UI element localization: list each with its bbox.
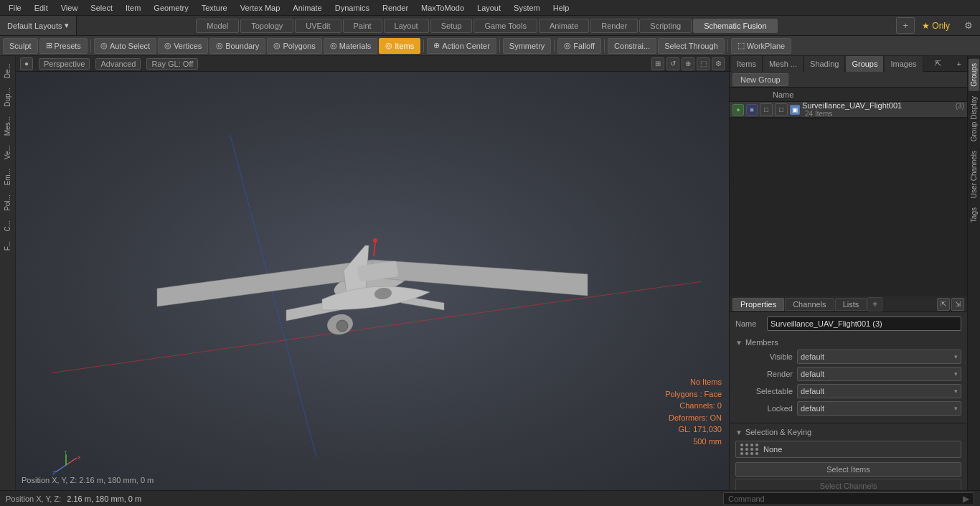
sub-tab-add[interactable]: + <box>867 297 882 311</box>
sidebar-tab-dup[interactable]: Dup... <box>2 83 13 111</box>
workplane-button[interactable]: ⬚ WorkPlane <box>731 38 792 54</box>
tab-model[interactable]: Model <box>196 19 239 33</box>
group-cam-btn[interactable]: ■ <box>746 104 758 116</box>
viewport-toggle[interactable]: ● <box>20 57 33 70</box>
viewport-icon-zoom[interactable]: ⊕ <box>682 57 694 70</box>
tab-game-tools[interactable]: Game Tools <box>473 19 537 33</box>
sidebar-tab-f[interactable]: F... <box>2 237 13 255</box>
props-expand-btn[interactable]: ⇱ <box>937 298 950 311</box>
sub-tab-properties[interactable]: Properties <box>732 298 784 311</box>
group-extra-btn[interactable]: □ <box>775 103 788 116</box>
panel-collapse[interactable]: + <box>953 60 966 68</box>
new-group-button[interactable]: New Group <box>732 73 788 86</box>
sidebar-tab-em[interactable]: Em... <box>2 164 13 189</box>
menu-render[interactable]: Render <box>377 2 414 14</box>
stat-channels: Channels: 0 <box>665 400 722 412</box>
auto-select-button[interactable]: ◎ Auto Select <box>94 38 156 54</box>
select-items-button[interactable]: Select Items <box>735 462 961 477</box>
viewport-mode[interactable]: Perspective <box>39 58 90 70</box>
boundary-button[interactable]: ◎ Boundary <box>209 38 265 54</box>
polygons-button[interactable]: ◎ Polygons <box>267 38 321 54</box>
menu-layout[interactable]: Layout <box>471 2 507 14</box>
sidebar-tab-ve[interactable]: Ve... <box>2 141 13 164</box>
right-vtab-tags[interactable]: Tags <box>969 203 979 227</box>
menu-edit[interactable]: Edit <box>29 2 54 14</box>
selection-keying-header[interactable]: ▼ Selection & Keying <box>735 428 961 436</box>
menu-dynamics[interactable]: Dynamics <box>329 2 375 14</box>
tab-animate[interactable]: Animate <box>539 19 589 33</box>
layout-add-tab[interactable]: + <box>896 17 915 34</box>
layout-dropdown[interactable]: Default Layouts ▾ <box>0 16 77 35</box>
menu-file[interactable]: File <box>3 2 27 14</box>
falloff-button[interactable]: ◎ Falloff <box>557 38 601 54</box>
props-collapse-btn[interactable]: ⇲ <box>951 298 964 311</box>
render-select[interactable]: default ▾ <box>797 367 961 381</box>
selectable-select[interactable]: default ▾ <box>797 384 961 398</box>
tab-paint[interactable]: Paint <box>343 19 382 33</box>
group-lock-btn[interactable]: □ <box>760 103 773 116</box>
command-submit-icon[interactable]: ▶ <box>963 494 969 504</box>
group-vis-btn[interactable]: ● <box>732 104 744 116</box>
action-center-button[interactable]: ⊕ Action Center <box>427 38 496 54</box>
viewport-advanced[interactable]: Advanced <box>95 58 141 70</box>
constrain-button[interactable]: Constrai... <box>608 38 656 54</box>
viewport-ray-gl[interactable]: Ray GL: Off <box>146 58 198 70</box>
sub-tab-lists[interactable]: Lists <box>835 298 867 311</box>
panel-tab-mesh[interactable]: Mesh ... <box>763 56 804 72</box>
command-input[interactable] <box>768 495 963 503</box>
panel-tab-groups[interactable]: Groups <box>846 56 884 72</box>
tab-render[interactable]: Render <box>590 19 638 33</box>
tab-layout[interactable]: Layout <box>384 19 429 33</box>
tab-setup[interactable]: Setup <box>430 19 473 33</box>
sidebar-tab-pol[interactable]: Pol... <box>2 190 13 215</box>
menu-view[interactable]: View <box>55 2 84 14</box>
sidebar-tab-de[interactable]: De... <box>2 59 13 83</box>
menu-system[interactable]: System <box>508 2 546 14</box>
tab-uvedit[interactable]: UVEdit <box>295 19 341 33</box>
members-expand-arrow[interactable]: ▼ <box>735 339 743 347</box>
sep2 <box>423 39 424 52</box>
materials-button[interactable]: ◎ Materials <box>324 38 378 54</box>
symmetry-button[interactable]: Symmetry <box>503 38 552 54</box>
visible-select[interactable]: default ▾ <box>797 350 961 364</box>
viewport[interactable]: ● Perspective Advanced Ray GL: Off ⊞ ↺ ⊕… <box>16 56 729 490</box>
menu-item[interactable]: Item <box>120 2 146 14</box>
menu-geometry[interactable]: Geometry <box>148 2 194 14</box>
select-through-button[interactable]: Select Through <box>658 38 724 54</box>
items-button[interactable]: ◎ Items <box>379 38 420 54</box>
tab-scripting[interactable]: Scripting <box>639 19 692 33</box>
select-channels-button[interactable]: Select Channels <box>735 479 961 490</box>
locked-select[interactable]: default ▾ <box>797 401 961 416</box>
layout-gear[interactable]: ⚙ <box>957 20 980 31</box>
sculpt-button[interactable]: Sculpt <box>3 38 38 54</box>
sidebar-tab-mes[interactable]: Mes... <box>2 112 13 140</box>
props-container: Name Surveillance_UAV_Flight001 (3) ▼ Me… <box>730 312 967 490</box>
sub-tab-channels[interactable]: Channels <box>785 298 834 311</box>
panel-tab-images[interactable]: Images <box>885 56 923 72</box>
tab-schematic-fusion[interactable]: Schematic Fusion <box>693 19 777 33</box>
viewport-icon-cam[interactable]: ⊞ <box>651 57 664 70</box>
right-vtab-groups[interactable]: Groups <box>969 59 979 91</box>
falloff-label: Falloff <box>573 42 595 50</box>
right-vtab-group-display[interactable]: Group Display <box>969 92 979 146</box>
viewport-icon-settings[interactable]: ⚙ <box>712 57 725 70</box>
tab-topology[interactable]: Topology <box>240 19 293 33</box>
menu-texture[interactable]: Texture <box>196 2 233 14</box>
right-vtab-user-channels[interactable]: User Channels <box>969 146 979 202</box>
menu-vertex-map[interactable]: Vertex Map <box>235 2 286 14</box>
menu-maxtomodo[interactable]: MaxToModo <box>415 2 470 14</box>
presets-button[interactable]: ⊞ Presets <box>39 38 88 54</box>
panel-tab-items[interactable]: Items <box>731 56 763 72</box>
group-row-1[interactable]: ● ■ □ □ ▣ Surveillance_UAV_Flight001 (3)… <box>730 102 967 118</box>
panel-tab-shading[interactable]: Shading <box>804 56 845 72</box>
panel-expand[interactable]: ⇱ <box>930 59 946 68</box>
menu-select[interactable]: Select <box>85 2 118 14</box>
sidebar-tab-c[interactable]: C... <box>2 216 13 236</box>
viewport-icon-rot[interactable]: ↺ <box>666 57 679 70</box>
viewport-icon-frame[interactable]: ⬚ <box>697 57 710 70</box>
menu-animate[interactable]: Animate <box>287 2 327 14</box>
name-value-field[interactable]: Surveillance_UAV_Flight001 (3) <box>767 317 961 331</box>
viewport-3d[interactable]: No Items Polygons : Face Channels: 0 Def… <box>16 72 729 490</box>
vertices-button[interactable]: ◎ Vertices <box>158 38 208 54</box>
menu-help[interactable]: Help <box>547 2 575 14</box>
